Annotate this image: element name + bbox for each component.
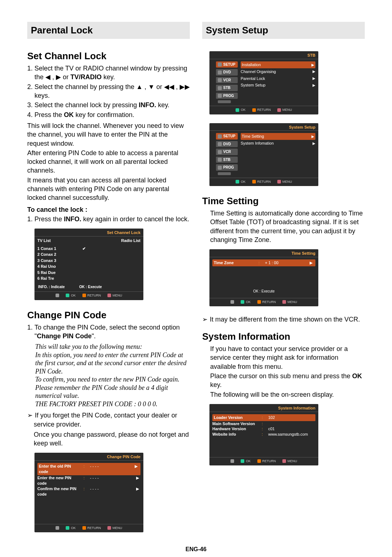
heading-time-setting: Time Setting xyxy=(202,195,365,207)
header-system-setup: System Setup xyxy=(202,22,365,39)
heading-set-channel-lock: Set Channel Lock xyxy=(27,50,190,62)
remote-icon xyxy=(230,459,234,463)
osd-time-setting: Time Setting Time Zone:+ 1 : 00▶ OK : Ex… xyxy=(209,249,318,306)
stb-icon xyxy=(218,158,222,162)
osd-change-pin: Change PIN Code Enter the old PIN code:-… xyxy=(34,453,143,532)
sysinfo-para3: The following will be the on-screen disp… xyxy=(210,390,365,399)
stb-icon xyxy=(218,86,222,90)
pin-forget-note: If you forget the PIN Code, contact your… xyxy=(34,411,190,429)
remote-icon xyxy=(218,100,231,103)
remote-icon xyxy=(230,300,234,304)
prog-icon xyxy=(218,94,222,98)
setup-icon xyxy=(218,62,222,66)
time-note: It may be different from the time shown … xyxy=(209,315,365,324)
sysinfo-para2: Place the cursor on this sub menu and pr… xyxy=(210,372,365,390)
dvd-icon xyxy=(218,70,222,74)
scl-para2: After entering PIN Code to able to acces… xyxy=(27,149,190,175)
dvd-icon xyxy=(218,142,222,146)
osd-set-channel-lock: Set Channel Lock TV List Radio List 1 Co… xyxy=(34,229,143,300)
sysinfo-para1: If you have to contact your service prov… xyxy=(210,344,365,371)
time-setting-para: Time Setting is automatically done accor… xyxy=(210,209,365,244)
heading-system-information: System Information xyxy=(202,330,365,343)
vcr-icon xyxy=(218,150,222,154)
cancel-lock-title: To cancel the lock : xyxy=(27,205,190,214)
pin-remember-note: Once you change password, please do not … xyxy=(34,430,190,448)
osd-system-information: System Information Loader Version:102 Ma… xyxy=(209,404,318,465)
vcr-icon xyxy=(218,78,222,82)
remote-icon xyxy=(218,172,231,175)
osd-stb-menu: STB SETUP DVD VCR STB PROG Installation▶… xyxy=(209,51,318,114)
scl-para1: This will lock the channel. Whenever you… xyxy=(27,121,190,148)
scl-para3: It means that you can access all parenta… xyxy=(27,176,190,202)
cancel-lock-steps: Press the INFO. key again in order to ca… xyxy=(27,215,190,223)
header-parental-lock: Parental Lock xyxy=(27,22,190,39)
heading-change-pin: Change PIN Code xyxy=(27,309,190,322)
check-icon: ✔ xyxy=(82,246,86,252)
remote-icon xyxy=(56,526,59,530)
set-channel-lock-steps: Select the TV or RADIO channel window by… xyxy=(27,64,190,119)
page-number: ENG-46 xyxy=(27,545,365,553)
change-pin-italic-note: This will take you to the following menu… xyxy=(35,343,190,408)
setup-icon xyxy=(218,134,222,138)
osd-system-setup-menu: System Setup SETUP DVD VCR STB PROG Time… xyxy=(209,123,318,186)
prog-icon xyxy=(218,166,222,170)
change-pin-steps: To change the PIN Code, select the secon… xyxy=(27,323,190,341)
remote-icon xyxy=(56,294,59,297)
